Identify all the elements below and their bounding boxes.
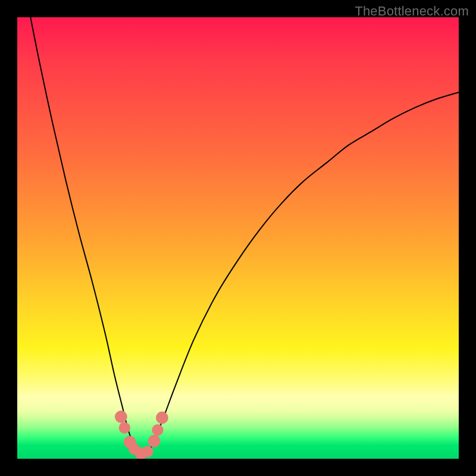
curve-marker — [148, 435, 161, 447]
bottleneck-curve-svg — [17, 17, 459, 459]
curve-markers — [115, 411, 168, 459]
bottleneck-curve — [30, 17, 459, 455]
curve-marker — [115, 411, 127, 423]
curve-marker — [152, 424, 163, 436]
watermark-text: TheBottleneck.com — [355, 4, 469, 19]
curve-marker — [142, 446, 153, 457]
curve-marker — [119, 422, 130, 433]
curve-marker — [156, 412, 168, 424]
chart-frame: TheBottleneck.com — [0, 0, 476, 476]
